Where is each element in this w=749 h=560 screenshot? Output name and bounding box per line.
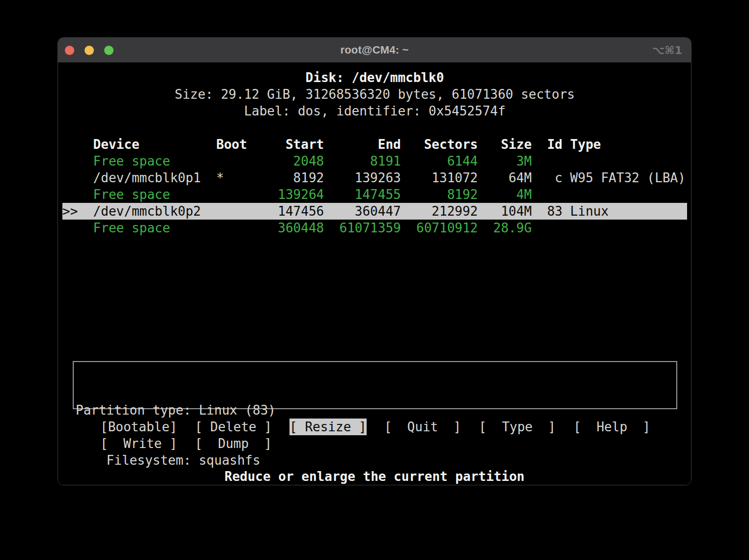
cell-sectors: 60710912 — [401, 220, 478, 236]
cell-start: 8192 — [247, 169, 324, 186]
cell-start: 360448 — [247, 220, 324, 236]
menu-row-1: [Bootable] [ Delete ] [ Resize ] [ Quit … — [58, 419, 691, 435]
cell-end: 147455 — [324, 186, 401, 203]
cell-start: 139264 — [247, 186, 324, 203]
cell-boot — [216, 186, 247, 203]
cell-size: 3M — [478, 153, 532, 169]
partition-row-selected[interactable]: >> /dev/mmcblk0p2 147456 360447 212992 1… — [62, 203, 687, 220]
cell-type: Linux — [562, 203, 687, 220]
cell-size: 4M — [478, 186, 532, 203]
status-line: Reduce or enlarge the current partition — [58, 468, 691, 485]
free-space-row[interactable]: Free space 360448 61071359 60710912 28.9… — [62, 220, 687, 236]
col-header-id: Id — [532, 136, 563, 153]
cell-id: 83 — [532, 203, 563, 220]
col-header-end: End — [324, 136, 401, 153]
traffic-lights — [65, 38, 114, 62]
cell-end: 8191 — [324, 153, 401, 169]
cell-device: Free space — [93, 186, 216, 203]
cell-device: Free space — [93, 153, 216, 169]
menu-row-2: [ Write ] [ Dump ] — [58, 435, 691, 452]
free-space-row[interactable]: Free space 2048 8191 6144 3M — [62, 153, 687, 169]
cell-end: 360447 — [324, 203, 401, 220]
menu-item-type[interactable]: [ Type ] — [479, 419, 556, 435]
cell-boot — [216, 203, 247, 220]
cell-device: /dev/mmcblk0p2 — [93, 203, 216, 220]
menu-item-quit[interactable]: [ Quit ] — [384, 419, 461, 435]
col-header-size: Size — [478, 136, 532, 153]
cell-start: 147456 — [247, 203, 324, 220]
menu-item-write[interactable]: [ Write ] — [100, 435, 177, 452]
cell-end: 139263 — [324, 169, 401, 186]
free-space-row[interactable]: Free space 139264 147455 8192 4M — [62, 186, 687, 203]
menu-item-help[interactable]: [ Help ] — [574, 419, 651, 435]
disk-label-line: Label: dos, identifier: 0x5452574f — [62, 103, 687, 119]
terminal-content: Disk: /dev/mmcblk0 Size: 29.12 GiB, 3126… — [58, 62, 691, 485]
close-button[interactable] — [65, 46, 74, 55]
menu-item-bootable[interactable]: [Bootable] — [100, 419, 177, 435]
col-header-type: Type — [562, 136, 687, 153]
cell-start: 2048 — [247, 153, 324, 169]
minimize-button[interactable] — [85, 46, 94, 55]
cell-boot — [216, 153, 247, 169]
cell-type: W95 FAT32 (LBA) — [562, 169, 687, 186]
menu-item-delete[interactable]: [ Delete ] — [195, 419, 272, 435]
action-menu: [Bootable] [ Delete ] [ Resize ] [ Quit … — [58, 419, 691, 452]
partition-row[interactable]: /dev/mmcblk0p1 * 8192 139263 131072 64M … — [62, 169, 687, 186]
terminal-window: root@CM4: ~ ⌥⌘1 Disk: /dev/mmcblk0 Size:… — [58, 37, 691, 485]
col-header-boot: Boot — [216, 136, 247, 153]
cell-type — [562, 186, 687, 203]
zoom-button[interactable] — [104, 46, 114, 55]
cell-device: Free space — [93, 220, 216, 236]
titlebar: root@CM4: ~ ⌥⌘1 — [58, 38, 691, 62]
cell-id — [532, 220, 563, 236]
cell-sectors: 212992 — [401, 203, 478, 220]
disk-size-line: Size: 29.12 GiB, 31268536320 bytes, 6107… — [62, 86, 687, 103]
cell-boot — [216, 220, 247, 236]
col-header-start: Start — [247, 136, 324, 153]
window-shortcut-badge: ⌥⌘1 — [652, 38, 682, 62]
table-header-row: Device Boot Start End Sectors Size Id Ty… — [62, 136, 687, 153]
cell-size: 64M — [478, 169, 532, 186]
cell-size: 104M — [478, 203, 532, 220]
cell-end: 61071359 — [324, 220, 401, 236]
cell-device: /dev/mmcblk0p1 — [93, 169, 216, 186]
filesystem-line: Filesystem: squashfs — [76, 452, 674, 469]
cell-type — [562, 153, 687, 169]
window-title: root@CM4: ~ — [340, 44, 408, 56]
cell-type — [562, 220, 687, 236]
selection-marker: >> — [62, 203, 93, 220]
cell-id — [532, 153, 563, 169]
cell-boot: * — [216, 169, 247, 186]
cell-sectors: 8192 — [401, 186, 478, 203]
menu-item-dump[interactable]: [ Dump ] — [195, 435, 272, 452]
col-header-sectors: Sectors — [401, 136, 478, 153]
cell-sectors: 6144 — [401, 153, 478, 169]
partition-info-box: Partition type: Linux (83) Filesystem: s… — [73, 361, 677, 409]
cell-id — [532, 186, 563, 203]
cell-size: 28.9G — [478, 220, 532, 236]
col-header-device: Device — [93, 136, 216, 153]
disk-title: Disk: /dev/mmcblk0 — [62, 69, 687, 86]
cell-id: c — [532, 169, 563, 186]
partition-type-line: Partition type: Linux (83) — [76, 402, 674, 419]
cell-sectors: 131072 — [401, 169, 478, 186]
menu-item-resize[interactable]: [ Resize ] — [289, 419, 367, 435]
